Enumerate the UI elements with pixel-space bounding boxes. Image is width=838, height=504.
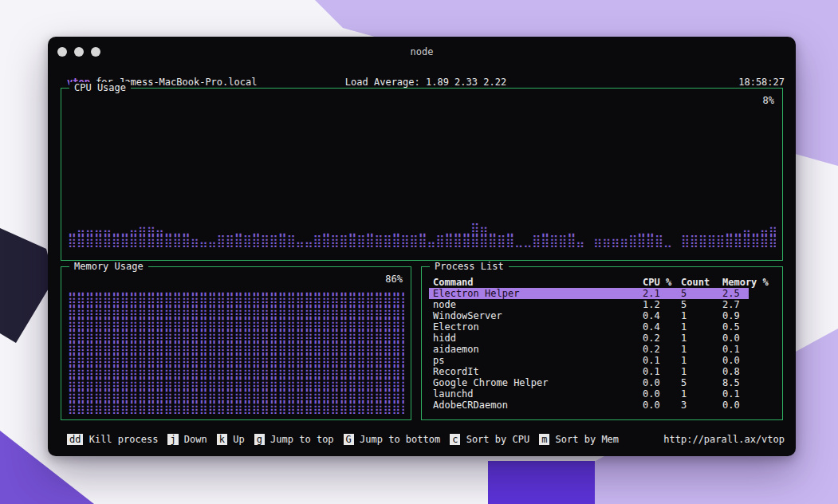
process-cell: 0.8 (722, 366, 749, 377)
process-list-header: Command CPU % Count Memory % (429, 277, 777, 288)
process-cell: 8.5 (722, 377, 749, 388)
process-row[interactable]: hidd0.210.0 (429, 333, 749, 344)
process-row[interactable]: AdobeCRDaemon0.030.0 (429, 400, 749, 411)
column-header-command: Command (433, 277, 643, 288)
process-table: Command CPU % Count Memory % Electron He… (429, 277, 777, 416)
shortcut-sort-by-mem: m Sort by Mem (539, 434, 619, 446)
process-cell: ps (433, 355, 643, 366)
status-header: vtop for Jamess-MacBook-Pro.local Load A… (67, 77, 785, 89)
zoom-button[interactable] (91, 47, 100, 57)
shortcut-key: g (254, 434, 265, 445)
process-rows: Electron Helper2.152.5node1.252.7WindowS… (429, 288, 777, 411)
shortcut-label: Jump to bottom (354, 434, 440, 445)
cpu-panel-title: CPU Usage (69, 82, 131, 93)
process-cell: WindowServer (433, 310, 643, 321)
process-cell: 0.1 (643, 366, 681, 377)
memory-usage-chart: ⠀⠀⠀⠀⠀⠀⠀⠀⠀⠀⠀⠀⠀⠀⠀⠀⠀⠀⠀⠀⠀⠀⠀⠀⠀⠀⠀⠀⠀⠀⠀⠀⠀⠀⠀⠀⠀⠀⠀⠀… (68, 270, 404, 414)
shortcut-label: Sort by CPU (460, 434, 529, 445)
process-cell: 0.0 (722, 400, 749, 411)
process-cell: 1 (681, 310, 722, 321)
process-cell: 0.4 (643, 321, 681, 333)
process-cell: 0.0 (643, 400, 681, 411)
shortcut-key: m (539, 434, 549, 445)
vtop-url: http://parall.ax/vtop (663, 434, 785, 446)
window-titlebar[interactable]: node (48, 37, 796, 67)
process-cell: 5 (681, 299, 722, 310)
shortcut-bar: dd Kill processj Downk Upg Jump to topG … (67, 434, 619, 446)
shortcut-label: Kill process (83, 434, 158, 445)
process-cell: Electron (433, 321, 643, 333)
process-cell: 1 (681, 388, 722, 400)
process-cell: launchd (433, 388, 643, 400)
process-cell: 1 (681, 333, 722, 344)
process-cell: 0.2 (643, 333, 681, 344)
shortcut-label: Down (179, 434, 207, 445)
shortcut-up: k Up (217, 434, 245, 446)
process-cell: AdobeCRDaemon (433, 400, 643, 411)
process-row[interactable]: launchd0.010.1 (429, 388, 749, 400)
process-cell: 0.1 (722, 388, 749, 400)
footer-bar: dd Kill processj Downk Upg Jump to topG … (67, 434, 785, 446)
column-header-count: Count (681, 277, 722, 288)
process-cell: 1 (681, 366, 722, 377)
process-row[interactable]: node1.252.7 (429, 299, 749, 310)
shortcut-label: Jump to top (265, 434, 334, 445)
process-cell: 1 (681, 321, 722, 333)
shortcut-label: Sort by Mem (549, 434, 619, 445)
shortcut-key: c (450, 434, 460, 445)
shortcut-sort-by-cpu: c Sort by CPU (450, 434, 529, 446)
process-cell: RecordIt (433, 366, 643, 377)
process-cell: 2.1 (643, 288, 681, 299)
process-cell: 0.5 (722, 321, 749, 333)
process-cell: 0.2 (643, 344, 681, 355)
process-row[interactable]: Electron0.410.5 (429, 321, 749, 333)
process-cell: 0.1 (722, 344, 749, 355)
shortcut-key: k (217, 434, 227, 445)
process-row[interactable]: Electron Helper2.152.5 (429, 288, 749, 299)
process-cell: Electron Helper (433, 288, 643, 299)
terminal-window: node vtop for Jamess-MacBook-Pro.local L… (48, 37, 796, 456)
column-header-memory: Memory % (722, 277, 777, 288)
terminal-content[interactable]: vtop for Jamess-MacBook-Pro.local Load A… (48, 67, 796, 456)
process-cell: node (433, 299, 643, 310)
shortcut-jump-to-bottom: G Jump to bottom (344, 434, 441, 446)
minimize-button[interactable] (74, 47, 84, 57)
process-row[interactable]: ps0.110.0 (429, 355, 749, 366)
window-title: node (411, 46, 434, 57)
process-row[interactable]: RecordIt0.110.8 (429, 366, 749, 377)
traffic-lights (57, 47, 100, 57)
process-cell: hidd (433, 333, 643, 344)
cpu-current-value: 8% (763, 95, 774, 106)
process-cell: 0.0 (722, 355, 749, 366)
process-cell: 1 (681, 344, 722, 355)
process-cell: 2.5 (722, 288, 749, 299)
process-row[interactable]: WindowServer0.410.9 (429, 310, 749, 321)
process-cell: 5 (681, 377, 722, 388)
load-average: Load Average: 1.89 2.33 2.22 (345, 77, 506, 88)
process-cell: 0.0 (722, 333, 749, 344)
process-cell: 0.4 (643, 310, 681, 321)
shortcut-key: G (344, 434, 354, 445)
column-header-cpu: CPU % (643, 277, 681, 288)
shortcut-kill-process: dd Kill process (67, 434, 158, 446)
process-cell: 0.1 (643, 355, 681, 366)
process-cell: 1 (681, 355, 722, 366)
shortcut-key: dd (67, 434, 83, 445)
shortcut-jump-to-top: g Jump to top (254, 434, 334, 446)
process-cell: 5 (681, 288, 722, 299)
cpu-usage-panel: CPU Usage 8% ⠀⠀⠀⠀⠀⠀⠀⠀⠀⠀⠀⠀⠀⠀⠀⠀⠀⠀⠀⠀⠀⠀⠀⠀⠀⠀⠀… (61, 88, 783, 261)
shortcut-down: j Down (167, 434, 207, 446)
process-cell: 0.0 (643, 388, 681, 400)
shortcut-key: j (167, 434, 178, 445)
process-row[interactable]: Google Chrome Helper0.058.5 (429, 377, 749, 388)
process-panel-title: Process List (430, 261, 509, 272)
process-cell: 0.9 (722, 310, 749, 321)
process-row[interactable]: aidaemon0.210.1 (429, 344, 749, 355)
process-cell: 1.2 (643, 299, 681, 310)
memory-usage-panel: Memory Usage 86% ⠀⠀⠀⠀⠀⠀⠀⠀⠀⠀⠀⠀⠀⠀⠀⠀⠀⠀⠀⠀⠀⠀⠀… (61, 266, 411, 420)
process-cell: 2.7 (722, 299, 749, 310)
cpu-history-chart: ⠀⠀⠀⠀⠀⠀⠀⠀⠀⠀⠀⠀⠀⠀⠀⠀⠀⠀⠀⠀⠀⠀⠀⠀⠀⠀⠀⠀⠀⠀⠀⠀⠀⠀⠀⠀⠀⠀⠀⠀… (68, 211, 776, 247)
process-cell: Google Chrome Helper (433, 377, 643, 388)
process-cell: aidaemon (433, 344, 643, 355)
close-button[interactable] (57, 47, 67, 57)
